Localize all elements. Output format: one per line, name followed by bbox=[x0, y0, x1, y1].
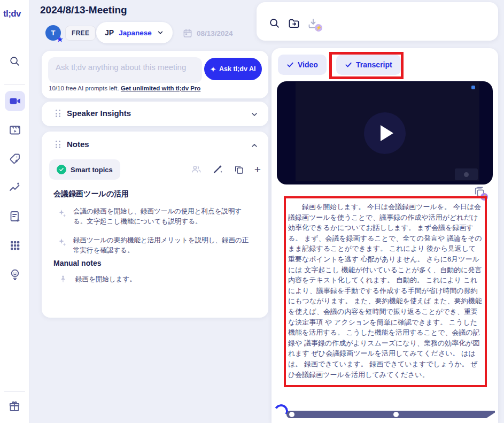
chevron-down-icon bbox=[157, 29, 164, 36]
add-note-plus-icon[interactable]: + bbox=[254, 164, 261, 175]
upgrade-pro-link[interactable]: Get unlimited with tl;dv Pro bbox=[121, 85, 201, 91]
ask-ai-button-label: Ask tl;dv AI bbox=[219, 65, 255, 73]
play-button[interactable] bbox=[364, 112, 406, 154]
tab-video[interactable]: Video bbox=[278, 55, 327, 75]
sidebar-item-analytics[interactable] bbox=[5, 178, 25, 198]
manual-notes-heading: Manual notes bbox=[53, 259, 101, 267]
sidebar-divider-bottom bbox=[4, 391, 25, 392]
tab-video-label: Video bbox=[298, 60, 318, 69]
smart-topics-label: Smart topics bbox=[71, 166, 113, 174]
notes-actions: + bbox=[191, 164, 261, 175]
timeline-marker[interactable] bbox=[289, 412, 294, 417]
check-circle-icon bbox=[57, 165, 66, 174]
notes-topic-heading: 会議録画ツールの活用 bbox=[53, 189, 129, 199]
sidebar-divider bbox=[4, 84, 25, 85]
avatar-initial: T bbox=[51, 29, 56, 37]
ai-note-item[interactable]: 会議の録画を開始し、録画ツールの使用と利点を説明する。文字起こし機能についても説… bbox=[59, 206, 251, 227]
language-code: JP bbox=[105, 28, 114, 37]
tab-transcript-label: Transcript bbox=[356, 60, 392, 69]
speaker-insights-title: Speaker Insights bbox=[67, 109, 131, 118]
video-player[interactable] bbox=[277, 81, 493, 184]
ai-note-text: 録画ツールの要約機能と活用メリットを説明し、録画の正常実行を確認する。 bbox=[73, 235, 251, 256]
speaker-insights-card: Speaker Insights bbox=[42, 102, 268, 126]
manual-note-item[interactable]: 録画を開始します。 bbox=[59, 275, 136, 284]
ask-ai-button[interactable]: ✦ Ask tl;dv AI bbox=[204, 58, 262, 80]
left-sidebar: tl;dv bbox=[0, 0, 29, 423]
upgrade-bolt-badge: ⚡ bbox=[315, 24, 322, 32]
sparkle-icon: ✦ bbox=[211, 65, 216, 73]
ai-note-text: 会議の録画を開始し、録画ツールの使用と利点を説明する。文字起こし機能についても説… bbox=[73, 206, 251, 227]
language-label: Japanese bbox=[119, 29, 152, 37]
chevron-up-icon[interactable] bbox=[250, 141, 259, 150]
picture-in-picture-thumbnail bbox=[455, 168, 478, 180]
drag-handle-icon[interactable] bbox=[56, 110, 60, 117]
app-window: tl;dv bbox=[0, 0, 504, 423]
notes-title: Notes bbox=[67, 140, 89, 149]
download-icon[interactable]: ⚡ bbox=[307, 17, 320, 30]
upgrade-bolt-badge: ⚡ bbox=[480, 193, 488, 201]
smart-topics-toggle[interactable]: Smart topics bbox=[49, 159, 120, 180]
timeline-marker[interactable] bbox=[393, 412, 399, 417]
language-selector[interactable]: JP Japanese bbox=[96, 22, 173, 43]
sidebar-item-templates[interactable] bbox=[5, 206, 25, 227]
notes-card: Notes Smart topics + 会議録画ツールの活用 bbox=[42, 132, 268, 318]
sidebar-item-ideas[interactable] bbox=[5, 264, 25, 284]
chevron-down-icon[interactable] bbox=[250, 110, 259, 119]
pin-icon bbox=[59, 275, 67, 284]
people-icon[interactable] bbox=[191, 164, 202, 175]
calendar-icon bbox=[182, 28, 193, 39]
sidebar-search-icon[interactable] bbox=[9, 55, 20, 67]
prompts-remaining: 10/10 free AI prompts left. Get unlimite… bbox=[49, 85, 200, 91]
move-to-folder-icon[interactable] bbox=[288, 17, 300, 30]
prompts-left-text: 10/10 free AI prompts left. bbox=[49, 85, 119, 91]
magic-wand-icon[interactable] bbox=[212, 164, 223, 175]
video-corner-icon bbox=[471, 86, 475, 89]
ask-ai-input[interactable] bbox=[48, 57, 202, 83]
gift-icon[interactable] bbox=[8, 400, 21, 413]
manual-note-text: 録画を開始します。 bbox=[75, 275, 136, 284]
ai-sparkle-icon bbox=[59, 210, 66, 227]
plan-badge: FREE bbox=[65, 26, 96, 41]
ai-sparkle-icon bbox=[59, 239, 66, 256]
sidebar-nav bbox=[0, 91, 29, 284]
date-text: 08/13/2024 bbox=[197, 29, 233, 37]
sidebar-item-apps[interactable] bbox=[5, 235, 25, 256]
avatar[interactable]: T ★ bbox=[45, 25, 61, 41]
sidebar-item-meetings[interactable] bbox=[5, 91, 25, 111]
ai-note-item[interactable]: 録画ツールの要約機能と活用メリットを説明し、録画の正常実行を確認する。 bbox=[59, 235, 251, 256]
transcript-text[interactable]: 録画を開始します。 今日は会議録画ツールを。 今日は会議録画ツールを使うことで、… bbox=[288, 202, 483, 381]
meeting-date: 08/13/2024 bbox=[182, 28, 233, 39]
sidebar-item-clips[interactable] bbox=[5, 120, 25, 140]
avatar-star-badge: ★ bbox=[57, 36, 63, 43]
sidebar-item-topics[interactable] bbox=[5, 149, 25, 169]
page-title: 2024/8/13-Meeting bbox=[40, 4, 127, 16]
tab-transcript[interactable]: Transcript bbox=[336, 55, 401, 75]
check-icon bbox=[286, 61, 294, 68]
timeline-scrubber[interactable] bbox=[286, 411, 495, 418]
ask-ai-card: ✦ Ask tl;dv AI 10/10 free AI prompts lef… bbox=[42, 51, 268, 98]
check-icon bbox=[345, 61, 352, 68]
top-toolbar: ⚡ + Share bbox=[257, 2, 498, 41]
tldv-logo: tl;dv bbox=[3, 9, 21, 19]
media-panel: Video Transcript ⚡ 録画を開始します。 今日は会議録画ツールを… bbox=[272, 48, 498, 423]
search-icon[interactable] bbox=[268, 17, 280, 29]
copy-icon[interactable] bbox=[234, 164, 244, 175]
drag-handle-icon[interactable] bbox=[56, 141, 60, 148]
play-icon bbox=[381, 125, 393, 141]
copy-transcript-icon[interactable]: ⚡ bbox=[474, 186, 485, 198]
